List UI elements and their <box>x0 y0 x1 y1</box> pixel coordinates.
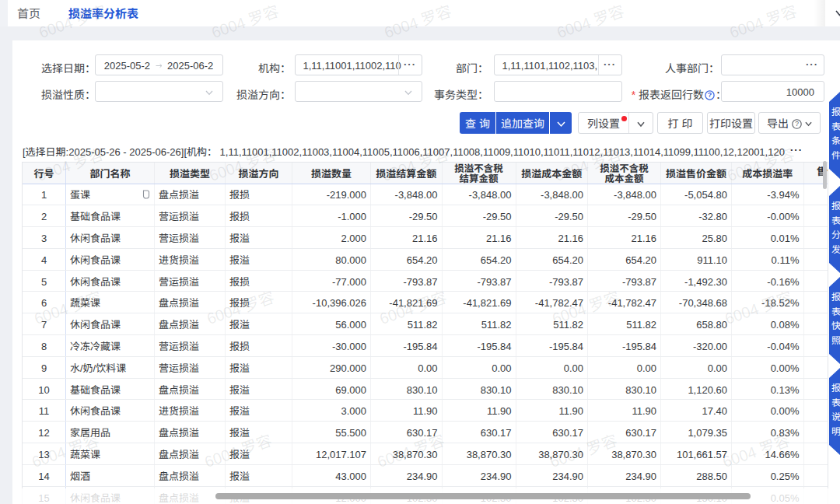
svg-text:?: ? <box>795 120 799 128</box>
svg-text:?: ? <box>708 91 712 99</box>
